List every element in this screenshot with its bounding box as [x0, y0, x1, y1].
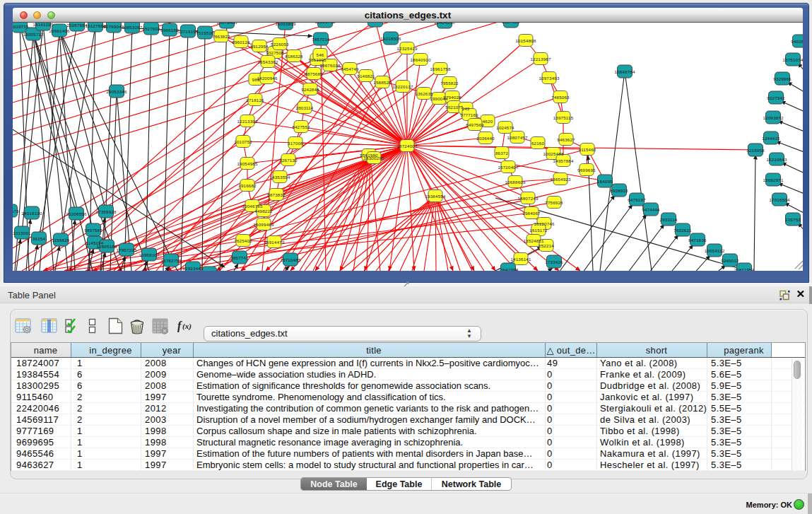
svg-text:9146821: 9146821: [357, 74, 375, 78]
svg-text:13654923: 13654923: [550, 177, 570, 182]
svg-text:f: f: [177, 320, 182, 332]
svg-text:7756928: 7756928: [545, 200, 563, 205]
svg-text:14200946: 14200946: [257, 76, 277, 81]
svg-text:20811954: 20811954: [734, 267, 755, 271]
svg-text:20404288: 20404288: [434, 23, 454, 25]
svg-text:8471636: 8471636: [688, 238, 707, 243]
svg-text:19054985: 19054985: [237, 161, 257, 166]
svg-text:8960124: 8960124: [232, 40, 250, 45]
svg-text:2036440: 2036440: [476, 136, 495, 141]
svg-text:1010753: 1010753: [234, 139, 252, 144]
svg-text:3861095: 3861095: [308, 57, 326, 62]
svg-text:9227342: 9227342: [767, 95, 785, 100]
svg-text:15751074: 15751074: [782, 57, 803, 62]
svg-text:317006: 317006: [288, 141, 303, 146]
svg-text:3215958: 3215958: [746, 148, 765, 153]
svg-text:9777169: 9777169: [460, 112, 478, 117]
svg-text:18640910: 18640910: [410, 57, 430, 62]
svg-text:7515526: 7515526: [196, 30, 214, 35]
svg-text:12213967: 12213967: [530, 57, 551, 62]
svg-text:9115460: 9115460: [578, 147, 596, 152]
svg-text:(x): (x): [182, 322, 192, 331]
svg-text:1362635: 1362635: [415, 91, 433, 96]
svg-text:18724007: 18724007: [396, 144, 417, 148]
svg-text:3315061: 3315061: [13, 230, 31, 235]
svg-text:15079488: 15079488: [216, 23, 237, 25]
svg-text:12093872: 12093872: [763, 115, 783, 120]
svg-text:8427552: 8427552: [292, 124, 310, 129]
svg-text:9699695: 9699695: [577, 168, 596, 173]
svg-text:546: 546: [317, 52, 324, 57]
svg-text:8873832: 8873832: [267, 192, 286, 197]
svg-text:7632621: 7632621: [673, 228, 692, 233]
svg-text:24018130: 24018130: [21, 211, 42, 216]
svg-text:5621075: 5621075: [445, 105, 464, 110]
svg-text:10853267: 10853267: [122, 25, 142, 30]
svg-text:6104673: 6104673: [13, 209, 19, 214]
svg-text:16543362: 16543362: [257, 59, 278, 64]
svg-text:9463627: 9463627: [557, 137, 575, 142]
svg-text:7857214: 7857214: [312, 37, 330, 42]
svg-text:20206556: 20206556: [66, 211, 86, 216]
svg-text:15692971: 15692971: [763, 177, 783, 182]
svg-text:17016504: 17016504: [769, 197, 789, 202]
svg-text:15720407: 15720407: [498, 165, 518, 170]
svg-text:6966160: 6966160: [160, 28, 179, 33]
svg-text:8813054: 8813054: [366, 23, 384, 23]
svg-text:10046785: 10046785: [242, 204, 262, 209]
svg-text:16782759: 16782759: [160, 258, 181, 263]
svg-text:9897587: 9897587: [84, 228, 102, 233]
svg-text:8938923: 8938923: [610, 188, 628, 193]
svg-text:2087682: 2087682: [502, 23, 520, 24]
svg-text:9794028: 9794028: [443, 95, 461, 100]
svg-text:1916682: 1916682: [238, 183, 257, 188]
svg-text:16914479: 16914479: [264, 240, 284, 245]
svg-text:18807249: 18807249: [517, 196, 538, 201]
svg-text:4498222: 4498222: [254, 209, 273, 214]
svg-text:9329966: 9329966: [773, 76, 792, 81]
svg-text:16648784: 16648784: [614, 69, 635, 74]
svg-text:13524851: 13524851: [523, 238, 543, 243]
svg-text:1733426: 1733426: [545, 259, 563, 264]
svg-text:7625402: 7625402: [234, 238, 252, 243]
svg-text:16141225: 16141225: [33, 23, 53, 27]
svg-text:13975115: 13975115: [553, 115, 574, 120]
svg-text:6497569: 6497569: [466, 122, 484, 127]
svg-text:2984067: 2984067: [522, 211, 541, 216]
svg-text:39154: 39154: [33, 236, 46, 241]
svg-text:1527602: 1527602: [142, 26, 160, 31]
svg-text:16033809: 16033809: [275, 23, 295, 26]
svg-text:8186328: 8186328: [285, 54, 303, 59]
svg-text:12213302: 12213302: [237, 119, 257, 124]
svg-text:19351792: 19351792: [314, 23, 335, 24]
svg-text:5226053: 5226053: [271, 42, 289, 47]
svg-text:14136141: 14136141: [510, 257, 531, 262]
svg-text:16120746: 16120746: [534, 221, 554, 226]
svg-text:10807457: 10807457: [507, 135, 527, 140]
svg-text:252214: 252214: [539, 243, 554, 248]
svg-text:4620: 4620: [483, 119, 493, 124]
svg-text:10642994: 10642994: [498, 267, 518, 271]
svg-text:7663822: 7663822: [212, 34, 230, 39]
svg-text:10688609: 10688609: [505, 180, 525, 185]
svg-text:9327508: 9327508: [266, 50, 284, 55]
svg-text:9245012: 9245012: [721, 258, 739, 263]
svg-text:19986394: 19986394: [199, 271, 219, 271]
svg-text:9242848: 9242848: [301, 87, 319, 92]
svg-text:8912954: 8912954: [250, 44, 269, 49]
svg-text:13220137: 13220137: [392, 84, 413, 89]
svg-text:16210643: 16210643: [766, 157, 787, 162]
svg-text:1024574: 1024574: [496, 125, 514, 130]
svg-text:20691406: 20691406: [49, 28, 69, 33]
svg-text:126753: 126753: [785, 217, 801, 222]
svg-text:28676038: 28676038: [319, 63, 340, 68]
svg-text:12505185: 12505185: [96, 244, 117, 249]
svg-text:17359928: 17359928: [95, 209, 116, 214]
svg-text:9474444: 9474444: [642, 207, 660, 212]
svg-text:10154808: 10154808: [515, 38, 536, 43]
svg-text:10025488: 10025488: [543, 151, 563, 156]
svg-text:2803114: 2803114: [295, 105, 313, 110]
svg-text:29053346: 29053346: [106, 89, 126, 94]
svg-text:9857741: 9857741: [230, 255, 249, 260]
svg-text:10654112: 10654112: [705, 248, 725, 253]
